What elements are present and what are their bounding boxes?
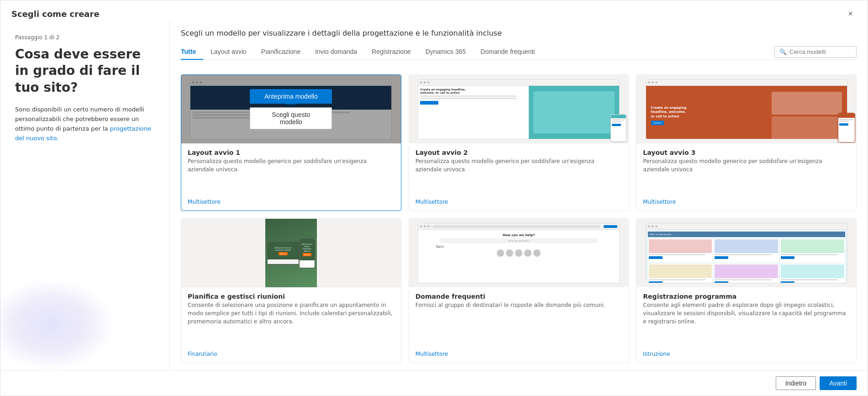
- left-panel-description: Sono disponibili un certo numero di mode…: [15, 105, 155, 143]
- left-panel-title: Cosa deve essere in grado di fare il tuo…: [15, 46, 155, 96]
- tabs-and-search-bar: Tutte Layout avvio Pianificazione Invio …: [181, 44, 857, 60]
- mini-browser-layout2: Create an engaging headline,welcome, or …: [418, 79, 620, 139]
- template-desc-layout1: Personalizza questo modello generico per…: [188, 157, 395, 194]
- search-icon: 🔍: [779, 48, 787, 55]
- meetings-desktop: Welcome to SmartInstitution Name! Button: [267, 242, 299, 264]
- left-panel: Passaggio 1 di 2 Cosa deve essere in gra…: [0, 20, 169, 370]
- dialog-header: Scegli come creare ×: [0, 0, 868, 20]
- template-tag-meetings[interactable]: Finanziario: [188, 351, 395, 357]
- template-card-meetings[interactable]: Welcome to SmartInstitution Name! Button…: [181, 218, 401, 363]
- mini-browser-layout3: Create an engagingheadline, welcome,or c…: [646, 79, 847, 139]
- tabs-container: Tutte Layout avvio Pianificazione Invio …: [181, 44, 542, 59]
- template-info-registration: Registrazione programma Consente agli el…: [637, 287, 856, 363]
- template-name-faq: Domande frequenti: [416, 293, 622, 300]
- template-info-layout3: Layout avvio 3 Personalizza questo model…: [637, 143, 856, 211]
- search-box: 🔍: [774, 46, 857, 58]
- mini-browser-faq: How can we help? How can we help? Topics: [418, 223, 620, 283]
- back-button[interactable]: Indietro: [776, 376, 816, 390]
- template-info-layout1: Layout avvio 1 Personalizza questo model…: [181, 143, 401, 211]
- select-button-layout1[interactable]: Scegli questo modello: [250, 107, 332, 129]
- template-desc-layout3: Personalizza questo modello generico per…: [643, 157, 850, 194]
- template-card-layout1[interactable]: Create an engaging headline,welcome, or …: [181, 74, 401, 211]
- template-image-registration: After school events ...: [637, 219, 856, 287]
- template-name-layout2: Layout avvio 2: [416, 149, 622, 156]
- template-desc-meetings: Consente di selezionare una posizione e …: [188, 301, 395, 346]
- template-card-registration[interactable]: After school events ...: [636, 218, 857, 363]
- template-name-registration: Registrazione programma: [643, 293, 850, 300]
- template-desc-faq: Fornisci al gruppo di destinatari le ris…: [416, 301, 622, 346]
- dialog-body: Passaggio 1 di 2 Cosa deve essere in gra…: [0, 20, 868, 370]
- preview-button-layout1[interactable]: Anteprima modello: [250, 89, 332, 104]
- tab-invio-domanda[interactable]: Invio domanda: [308, 44, 364, 60]
- card-overlay-layout1: Anteprima modello Scegli questo modello: [181, 75, 401, 143]
- right-header: Scegli un modello per visualizzare i det…: [181, 29, 857, 60]
- template-info-meetings: Pianifica e gestisci riunioni Consente d…: [181, 287, 401, 363]
- description-link[interactable]: progettazione del nuovo sito.: [15, 125, 151, 142]
- reg-content: After school events ...: [646, 230, 847, 283]
- tab-dynamics-365[interactable]: Dynamics 365: [418, 44, 473, 60]
- mini-browser-registration: After school events ...: [646, 223, 847, 283]
- templates-grid: Create an engaging headline,welcome, or …: [181, 67, 857, 370]
- template-tag-layout2[interactable]: Multisettore: [416, 199, 622, 205]
- template-tag-registration[interactable]: Istruzione: [643, 351, 850, 357]
- template-image-layout1: Create an engaging headline,welcome, or …: [181, 75, 401, 143]
- template-tag-layout3[interactable]: Multisettore: [643, 199, 850, 205]
- template-desc-registration: Consente agli elementi padre di esplorar…: [643, 301, 850, 346]
- tab-pianificazione[interactable]: Pianificazione: [254, 44, 308, 60]
- decoration-blob: [0, 279, 115, 370]
- template-info-layout2: Layout avvio 2 Personalizza questo model…: [409, 143, 629, 211]
- template-name-meetings: Pianifica e gestisci riunioni: [188, 293, 395, 300]
- right-panel: Scegli un modello per visualizzare i det…: [169, 20, 868, 370]
- template-image-layout3: Create an engagingheadline, welcome,or c…: [637, 75, 856, 143]
- template-tag-faq[interactable]: Multisettore: [416, 351, 622, 357]
- meetings-bg: Welcome to SmartInstitution Name! Button…: [265, 219, 317, 287]
- tab-registrazione[interactable]: Registrazione: [364, 44, 418, 60]
- step-label: Passaggio 1 di 2: [15, 34, 155, 41]
- template-card-faq[interactable]: How can we help? How can we help? Topics: [409, 218, 629, 363]
- template-name-layout1: Layout avvio 1: [188, 149, 395, 156]
- close-button[interactable]: ×: [844, 8, 857, 20]
- dialog-footer: Indietro Avanti: [0, 370, 868, 396]
- template-desc-layout2: Personalizza questo modello generico per…: [416, 157, 622, 194]
- search-input[interactable]: [789, 48, 852, 55]
- right-panel-title: Scegli un modello per visualizzare i det…: [181, 29, 857, 37]
- dialog: Scegli come creare × Passaggio 1 di 2 Co…: [0, 0, 868, 396]
- dialog-title: Scegli come creare: [11, 9, 100, 19]
- next-button[interactable]: Avanti: [820, 376, 857, 390]
- tab-layout-avvio[interactable]: Layout avvio: [203, 44, 254, 60]
- template-image-layout2: Create an engaging headline,welcome, or …: [409, 75, 629, 143]
- meetings-phone: Welcome to SmartInstitution Name! Button: [299, 238, 315, 268]
- template-image-meetings: Welcome to SmartInstitution Name! Button…: [181, 219, 401, 287]
- template-tag-layout1[interactable]: Multisettore: [188, 199, 395, 205]
- template-image-faq: How can we help? How can we help? Topics: [409, 219, 629, 287]
- template-card-layout3[interactable]: Create an engagingheadline, welcome,or c…: [636, 74, 857, 211]
- template-card-layout2[interactable]: Create an engaging headline,welcome, or …: [409, 74, 629, 211]
- faq-content: How can we help? How can we help? Topics: [418, 230, 619, 283]
- template-info-faq: Domande frequenti Fornisci al gruppo di …: [409, 287, 629, 363]
- tab-domande-frequenti[interactable]: Domande frequenti: [473, 44, 542, 60]
- tab-tutte[interactable]: Tutte: [181, 44, 203, 60]
- template-name-layout3: Layout avvio 3: [643, 149, 850, 156]
